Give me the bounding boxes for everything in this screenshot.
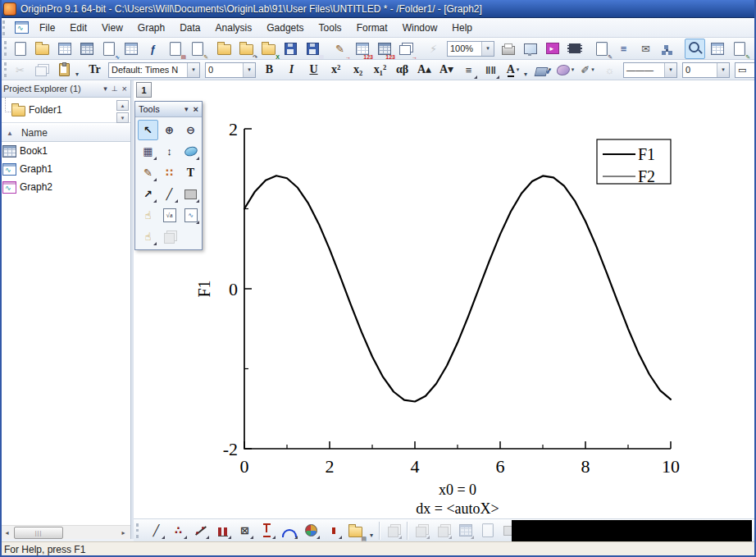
scatter-plot-button[interactable]: ∴ [168, 520, 189, 541]
decrease-font-button[interactable]: A▾ [436, 60, 457, 80]
arrange-layers-button[interactable]: ≡ [613, 39, 634, 59]
format-edit-button[interactable]: ✎ [591, 39, 612, 59]
new-graph-button[interactable]: ∿ [98, 39, 119, 59]
menu-analysis[interactable]: Analysis [208, 20, 260, 36]
menu-file[interactable]: File [32, 20, 62, 36]
dropdown-arrow-icon[interactable]: ▾ [664, 63, 676, 77]
font-name-combobox[interactable]: Default: Times N▾ [108, 62, 200, 78]
border-style-combobox[interactable]: ▭▾ [735, 62, 756, 78]
contents-list-header[interactable]: ▲ Name [0, 125, 130, 142]
scroll-down-icon[interactable]: ▼ [116, 112, 129, 123]
panel-close-icon[interactable]: × [122, 84, 127, 94]
save-template-button[interactable]: ▤ [303, 39, 323, 59]
menu-tools[interactable]: Tools [312, 20, 349, 36]
dropdown-arrow-icon[interactable]: ▾ [243, 63, 255, 77]
font-size-combobox[interactable]: 0▾ [205, 62, 256, 78]
new-project-button[interactable] [10, 39, 30, 59]
superscript-button[interactable]: x² [326, 60, 346, 80]
dropdown-arrow-icon[interactable]: ▾ [481, 42, 494, 56]
data-reader-tool-button[interactable]: ↕ [159, 141, 180, 162]
insert-graph-object-button[interactable]: ∿ [180, 205, 201, 226]
column-plot-button[interactable] [212, 520, 233, 541]
area-plot-button[interactable]: ⊠ [235, 520, 255, 541]
insert-equation-button[interactable]: √a [159, 205, 180, 226]
scroll-up-icon[interactable]: ▲ [116, 100, 129, 111]
menu-edit[interactable]: Edit [62, 20, 94, 36]
text-tool-button[interactable]: T [180, 162, 201, 183]
dropdown-arrow-icon[interactable]: ▾ [591, 66, 594, 73]
paste-button[interactable] [54, 60, 75, 80]
zoom-level-combobox[interactable]: 100%▾ [447, 41, 494, 57]
open-excel-button[interactable]: X [258, 39, 279, 59]
explorer-item-book1[interactable]: Book1 [0, 142, 130, 160]
project-structure-button[interactable] [658, 39, 678, 59]
menu-help[interactable]: Help [444, 20, 480, 36]
italic-button[interactable]: I [281, 60, 302, 80]
print-button[interactable] [498, 39, 518, 59]
import-multiple-ascii-button[interactable]: 123 [374, 39, 394, 59]
save-project-button[interactable] [280, 39, 301, 59]
pie-chart-button[interactable] [301, 520, 321, 541]
menu-data[interactable]: Data [172, 20, 207, 36]
line-color-button[interactable]: ✐▾ [577, 60, 598, 80]
error-bar-plot-button[interactable] [257, 520, 277, 541]
vertical-text-button[interactable]: ‖‖ [480, 60, 501, 80]
region-move-tool-button[interactable]: ☝ [138, 226, 158, 247]
child-window-menu-icon[interactable] [15, 21, 29, 34]
draw-data-tool-button[interactable]: ✎ [138, 162, 158, 183]
y-axis-title[interactable]: F1 [195, 280, 213, 297]
new-folder-button[interactable] [32, 39, 52, 59]
new-movie-button[interactable] [542, 39, 562, 59]
import-wizard-button[interactable]: ✎→ [330, 39, 350, 59]
increase-font-button[interactable]: A▴ [414, 60, 435, 80]
explorer-item-graph1[interactable]: Graph1 [0, 160, 130, 178]
open-template-button[interactable]: ↷ [236, 39, 257, 59]
video-builder-button[interactable] [564, 39, 585, 59]
arrow-tool-button[interactable]: ↗ [138, 184, 158, 204]
fill-color-button[interactable]: ▾ [533, 60, 553, 80]
pattern-color-button[interactable]: ▾ [555, 60, 576, 80]
new-notes-button[interactable]: ✎ [187, 39, 207, 59]
line-tool-button[interactable]: ╱ [159, 184, 180, 204]
rectangle-tool-button[interactable] [180, 184, 201, 204]
pointer-tool-button[interactable]: ↖ [138, 120, 158, 140]
folder-tree-item[interactable]: Folder1 [11, 103, 62, 116]
greek-symbols-button[interactable]: αβ [392, 60, 412, 80]
zoom-out-tool-button[interactable]: ⊖ [180, 120, 201, 140]
dropdown-arrow-icon[interactable]: ▾ [187, 63, 199, 77]
dropdown-arrow-icon[interactable]: ▾ [572, 66, 575, 73]
bold-button[interactable]: B [259, 60, 280, 80]
append-project-button[interactable]: → [396, 39, 417, 59]
tools-palette-titlebar[interactable]: Tools ▾ × [135, 102, 202, 117]
panel-horizontal-scrollbar[interactable]: ◂ ||| ▸ [0, 525, 130, 539]
pan-tool-button[interactable]: ☝ [138, 205, 158, 226]
explorer-item-graph2[interactable]: Graph2 [0, 178, 130, 196]
subscript-button[interactable]: x₂ [348, 60, 368, 80]
toolbar-overflow-chevron[interactable]: ▾ [524, 60, 527, 80]
zoom-in-tool-button[interactable]: ⊕ [159, 120, 180, 140]
x-axis-footnote-1[interactable]: x0 = 0 [439, 482, 476, 498]
menu-window[interactable]: Window [395, 20, 445, 36]
template-library-button[interactable]: ▤ [345, 520, 366, 541]
dropdown-arrow-icon[interactable]: ▾ [517, 66, 520, 73]
line-symbol-plot-button[interactable] [190, 520, 211, 541]
palette-menu-chevron-icon[interactable]: ▾ [184, 105, 189, 113]
scrollbar-thumb[interactable]: ||| [14, 527, 63, 539]
new-layout-button[interactable]: ▤ [165, 39, 185, 59]
new-workbook-button[interactable] [54, 39, 75, 59]
curve-F1[interactable] [244, 176, 671, 401]
panel-pin-icon[interactable]: ⊥ [112, 84, 118, 93]
legend-box[interactable] [597, 139, 671, 184]
x-axis-footnote-2[interactable]: dx = <autoX> [416, 500, 499, 517]
menu-format[interactable]: Format [349, 20, 395, 36]
toolbar-overflow-chevron[interactable]: ▾ [367, 521, 376, 541]
font-dialog-button[interactable]: Tr [84, 60, 105, 80]
stock-chart-button[interactable] [323, 520, 344, 541]
screen-reader-tool-button[interactable]: ▦ [138, 141, 158, 162]
script-window-button[interactable]: ✎ [729, 39, 749, 59]
line-style-combobox[interactable]: ———▾ [623, 62, 677, 78]
menu-graph[interactable]: Graph [130, 20, 172, 36]
send-graph-to-email-button[interactable]: ✉ [635, 39, 656, 59]
data-selector-tool-button[interactable] [180, 141, 201, 162]
super-subscript-button[interactable]: x₁² [370, 60, 390, 80]
